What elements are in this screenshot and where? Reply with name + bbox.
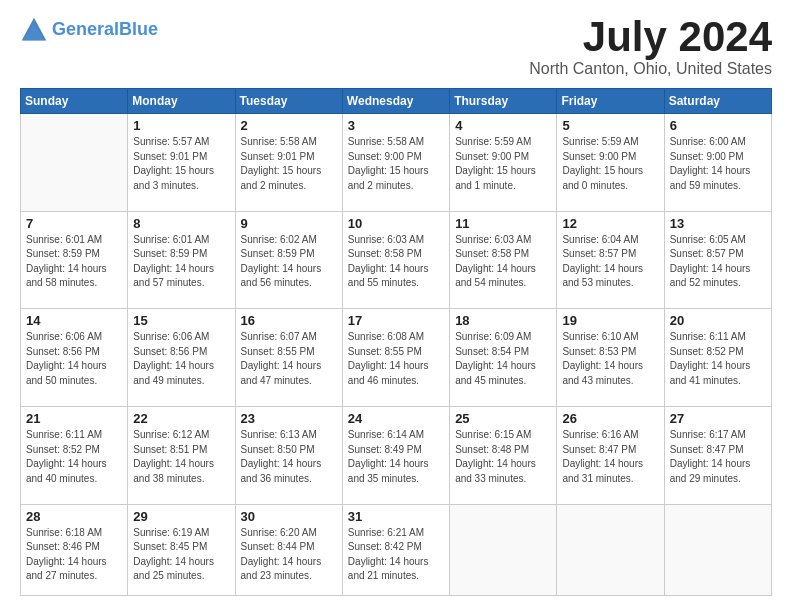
calendar-cell: 18Sunrise: 6:09 AM Sunset: 8:54 PM Dayli… (450, 309, 557, 407)
day-info: Sunrise: 6:01 AM Sunset: 8:59 PM Dayligh… (26, 233, 122, 291)
calendar: SundayMondayTuesdayWednesdayThursdayFrid… (20, 88, 772, 596)
day-number: 6 (670, 118, 766, 133)
calendar-week-4: 21Sunrise: 6:11 AM Sunset: 8:52 PM Dayli… (21, 407, 772, 505)
day-number: 16 (241, 313, 337, 328)
day-number: 27 (670, 411, 766, 426)
calendar-header-sunday: Sunday (21, 89, 128, 114)
calendar-cell: 7Sunrise: 6:01 AM Sunset: 8:59 PM Daylig… (21, 211, 128, 309)
day-number: 29 (133, 509, 229, 524)
calendar-cell: 25Sunrise: 6:15 AM Sunset: 8:48 PM Dayli… (450, 407, 557, 505)
calendar-header-tuesday: Tuesday (235, 89, 342, 114)
day-info: Sunrise: 6:20 AM Sunset: 8:44 PM Dayligh… (241, 526, 337, 584)
calendar-cell: 11Sunrise: 6:03 AM Sunset: 8:58 PM Dayli… (450, 211, 557, 309)
logo-icon (20, 16, 48, 44)
calendar-cell: 29Sunrise: 6:19 AM Sunset: 8:45 PM Dayli… (128, 504, 235, 595)
calendar-header-monday: Monday (128, 89, 235, 114)
calendar-cell: 4Sunrise: 5:59 AM Sunset: 9:00 PM Daylig… (450, 114, 557, 212)
day-number: 13 (670, 216, 766, 231)
day-info: Sunrise: 6:03 AM Sunset: 8:58 PM Dayligh… (348, 233, 444, 291)
day-info: Sunrise: 6:02 AM Sunset: 8:59 PM Dayligh… (241, 233, 337, 291)
calendar-cell: 12Sunrise: 6:04 AM Sunset: 8:57 PM Dayli… (557, 211, 664, 309)
logo-line2: Blue (119, 19, 158, 39)
day-number: 1 (133, 118, 229, 133)
day-number: 11 (455, 216, 551, 231)
day-info: Sunrise: 6:17 AM Sunset: 8:47 PM Dayligh… (670, 428, 766, 486)
calendar-cell: 8Sunrise: 6:01 AM Sunset: 8:59 PM Daylig… (128, 211, 235, 309)
day-number: 8 (133, 216, 229, 231)
page: GeneralBlue July 2024 North Canton, Ohio… (0, 0, 792, 612)
day-info: Sunrise: 6:21 AM Sunset: 8:42 PM Dayligh… (348, 526, 444, 584)
day-number: 2 (241, 118, 337, 133)
day-number: 15 (133, 313, 229, 328)
day-number: 22 (133, 411, 229, 426)
calendar-cell: 9Sunrise: 6:02 AM Sunset: 8:59 PM Daylig… (235, 211, 342, 309)
calendar-cell: 1Sunrise: 5:57 AM Sunset: 9:01 PM Daylig… (128, 114, 235, 212)
calendar-header-wednesday: Wednesday (342, 89, 449, 114)
calendar-cell: 2Sunrise: 5:58 AM Sunset: 9:01 PM Daylig… (235, 114, 342, 212)
day-number: 10 (348, 216, 444, 231)
calendar-cell: 31Sunrise: 6:21 AM Sunset: 8:42 PM Dayli… (342, 504, 449, 595)
calendar-cell: 22Sunrise: 6:12 AM Sunset: 8:51 PM Dayli… (128, 407, 235, 505)
calendar-cell (664, 504, 771, 595)
calendar-cell (21, 114, 128, 212)
calendar-cell: 30Sunrise: 6:20 AM Sunset: 8:44 PM Dayli… (235, 504, 342, 595)
calendar-cell: 17Sunrise: 6:08 AM Sunset: 8:55 PM Dayli… (342, 309, 449, 407)
day-number: 23 (241, 411, 337, 426)
day-number: 3 (348, 118, 444, 133)
day-info: Sunrise: 6:14 AM Sunset: 8:49 PM Dayligh… (348, 428, 444, 486)
day-info: Sunrise: 6:06 AM Sunset: 8:56 PM Dayligh… (133, 330, 229, 388)
day-info: Sunrise: 5:57 AM Sunset: 9:01 PM Dayligh… (133, 135, 229, 193)
day-info: Sunrise: 6:18 AM Sunset: 8:46 PM Dayligh… (26, 526, 122, 584)
calendar-cell: 27Sunrise: 6:17 AM Sunset: 8:47 PM Dayli… (664, 407, 771, 505)
calendar-week-5: 28Sunrise: 6:18 AM Sunset: 8:46 PM Dayli… (21, 504, 772, 595)
day-info: Sunrise: 6:01 AM Sunset: 8:59 PM Dayligh… (133, 233, 229, 291)
day-info: Sunrise: 6:11 AM Sunset: 8:52 PM Dayligh… (26, 428, 122, 486)
day-number: 31 (348, 509, 444, 524)
day-number: 26 (562, 411, 658, 426)
day-info: Sunrise: 6:03 AM Sunset: 8:58 PM Dayligh… (455, 233, 551, 291)
day-info: Sunrise: 6:09 AM Sunset: 8:54 PM Dayligh… (455, 330, 551, 388)
header: GeneralBlue July 2024 North Canton, Ohio… (20, 16, 772, 78)
calendar-cell: 26Sunrise: 6:16 AM Sunset: 8:47 PM Dayli… (557, 407, 664, 505)
calendar-cell: 6Sunrise: 6:00 AM Sunset: 9:00 PM Daylig… (664, 114, 771, 212)
day-info: Sunrise: 6:11 AM Sunset: 8:52 PM Dayligh… (670, 330, 766, 388)
calendar-cell: 10Sunrise: 6:03 AM Sunset: 8:58 PM Dayli… (342, 211, 449, 309)
calendar-cell: 14Sunrise: 6:06 AM Sunset: 8:56 PM Dayli… (21, 309, 128, 407)
calendar-week-1: 1Sunrise: 5:57 AM Sunset: 9:01 PM Daylig… (21, 114, 772, 212)
calendar-cell (450, 504, 557, 595)
day-number: 18 (455, 313, 551, 328)
day-number: 9 (241, 216, 337, 231)
day-number: 5 (562, 118, 658, 133)
calendar-week-2: 7Sunrise: 6:01 AM Sunset: 8:59 PM Daylig… (21, 211, 772, 309)
day-number: 12 (562, 216, 658, 231)
day-info: Sunrise: 5:58 AM Sunset: 9:01 PM Dayligh… (241, 135, 337, 193)
calendar-cell: 19Sunrise: 6:10 AM Sunset: 8:53 PM Dayli… (557, 309, 664, 407)
day-info: Sunrise: 6:15 AM Sunset: 8:48 PM Dayligh… (455, 428, 551, 486)
logo-text: GeneralBlue (52, 20, 158, 40)
calendar-cell: 23Sunrise: 6:13 AM Sunset: 8:50 PM Dayli… (235, 407, 342, 505)
day-number: 7 (26, 216, 122, 231)
day-info: Sunrise: 6:07 AM Sunset: 8:55 PM Dayligh… (241, 330, 337, 388)
calendar-week-3: 14Sunrise: 6:06 AM Sunset: 8:56 PM Dayli… (21, 309, 772, 407)
logo: GeneralBlue (20, 16, 158, 44)
day-info: Sunrise: 6:06 AM Sunset: 8:56 PM Dayligh… (26, 330, 122, 388)
calendar-cell: 21Sunrise: 6:11 AM Sunset: 8:52 PM Dayli… (21, 407, 128, 505)
day-info: Sunrise: 6:12 AM Sunset: 8:51 PM Dayligh… (133, 428, 229, 486)
day-number: 4 (455, 118, 551, 133)
day-number: 21 (26, 411, 122, 426)
calendar-cell (557, 504, 664, 595)
day-info: Sunrise: 5:59 AM Sunset: 9:00 PM Dayligh… (562, 135, 658, 193)
day-info: Sunrise: 6:16 AM Sunset: 8:47 PM Dayligh… (562, 428, 658, 486)
title-area: July 2024 North Canton, Ohio, United Sta… (529, 16, 772, 78)
day-info: Sunrise: 5:58 AM Sunset: 9:00 PM Dayligh… (348, 135, 444, 193)
calendar-cell: 28Sunrise: 6:18 AM Sunset: 8:46 PM Dayli… (21, 504, 128, 595)
calendar-cell: 3Sunrise: 5:58 AM Sunset: 9:00 PM Daylig… (342, 114, 449, 212)
day-number: 24 (348, 411, 444, 426)
day-info: Sunrise: 5:59 AM Sunset: 9:00 PM Dayligh… (455, 135, 551, 193)
day-info: Sunrise: 6:10 AM Sunset: 8:53 PM Dayligh… (562, 330, 658, 388)
calendar-cell: 16Sunrise: 6:07 AM Sunset: 8:55 PM Dayli… (235, 309, 342, 407)
calendar-cell: 13Sunrise: 6:05 AM Sunset: 8:57 PM Dayli… (664, 211, 771, 309)
calendar-cell: 20Sunrise: 6:11 AM Sunset: 8:52 PM Dayli… (664, 309, 771, 407)
calendar-cell: 15Sunrise: 6:06 AM Sunset: 8:56 PM Dayli… (128, 309, 235, 407)
location-title: North Canton, Ohio, United States (529, 60, 772, 78)
